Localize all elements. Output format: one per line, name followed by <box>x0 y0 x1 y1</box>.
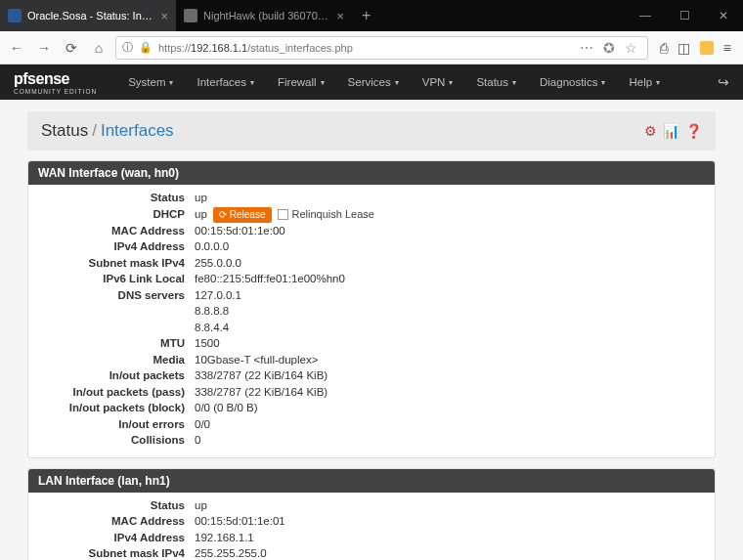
breadcrumb-sep: / <box>92 121 97 141</box>
relinquish-checkbox[interactable]: Relinquish Lease <box>278 207 374 222</box>
wan-iopkts: 338/2787 (22 KiB/164 KiB) <box>195 368 705 384</box>
wan-ipv4: 0.0.0.0 <box>195 239 705 255</box>
lan-subnet4: 255.255.255.0 <box>195 546 705 560</box>
new-tab-button[interactable]: + <box>352 0 380 31</box>
label-iopkts: In/out packets <box>38 368 195 384</box>
maximize-button[interactable]: ☐ <box>665 0 704 31</box>
tab-label: NightHawk (build 36070M) - S <box>203 10 330 22</box>
label-ipv4: IPv4 Address <box>38 239 195 255</box>
menu-vpn[interactable]: VPN▾ <box>411 76 465 88</box>
browser-tab-inactive[interactable]: NightHawk (build 36070M) - S × <box>176 0 352 31</box>
settings-icon[interactable]: ⚙ <box>644 123 657 139</box>
breadcrumb-current[interactable]: Interfaces <box>101 121 174 141</box>
menu-firewall[interactable]: Firewall▾ <box>266 76 336 88</box>
browser-tab-active[interactable]: Oracle.Sosa - Status: Interfaces × <box>0 0 176 31</box>
app-navbar: pfsenseCOMMUNITY EDITION System▾ Interfa… <box>0 65 743 100</box>
lan-panel: LAN Interface (lan, hn1) Statusup MAC Ad… <box>27 468 716 560</box>
logout-button[interactable]: ↪ <box>718 74 729 90</box>
url-text: https://192.168.1.1/status_interfaces.ph… <box>158 42 574 54</box>
menu-system[interactable]: System▾ <box>116 76 185 88</box>
label-iopass: In/out packets (pass) <box>38 385 195 401</box>
label-mtu: MTU <box>38 336 195 352</box>
wan-mac: 00:15:5d:01:1e:00 <box>195 224 705 239</box>
label-ipv6ll: IPv6 Link Local <box>38 272 195 287</box>
browser-titlebar: Oracle.Sosa - Status: Interfaces × Night… <box>0 0 743 31</box>
browser-navbar: ← → ⟳ ⌂ ⓘ 🔒 https://192.168.1.1/status_i… <box>0 31 743 65</box>
wan-status: up <box>195 191 705 206</box>
sidebar-icon[interactable]: ◫ <box>677 40 690 56</box>
menu-diagnostics[interactable]: Diagnostics▾ <box>528 76 617 88</box>
wan-dns2: 8.8.8.8 <box>195 304 705 320</box>
menu-interfaces[interactable]: Interfaces▾ <box>185 76 266 88</box>
library-icon[interactable]: ⎙ <box>660 40 668 56</box>
star-icon[interactable]: ☆ <box>625 40 637 56</box>
url-bar[interactable]: ⓘ 🔒 https://192.168.1.1/status_interface… <box>115 36 648 60</box>
page-content: Status / Interfaces ⚙ 📊 ❓ WAN Interface … <box>0 100 743 560</box>
lan-ipv4: 192.168.1.1 <box>195 531 705 546</box>
label-coll: Collisions <box>38 433 195 449</box>
menu-icon[interactable]: ≡ <box>723 40 731 56</box>
wan-dhcp: up <box>195 207 207 223</box>
menu-services[interactable]: Services▾ <box>336 76 411 88</box>
main-menu: System▾ Interfaces▾ Firewall▾ Services▾ … <box>116 76 672 88</box>
forward-button[interactable]: → <box>33 37 55 59</box>
wan-iopass: 338/2787 (22 KiB/164 KiB) <box>195 385 705 401</box>
more-icon[interactable]: ⋯ <box>580 40 593 56</box>
info-icon[interactable]: ⓘ <box>122 40 133 55</box>
wan-ipv6ll: fe80::215:5dff:fe01:1e00%hn0 <box>195 272 705 287</box>
back-button[interactable]: ← <box>6 37 27 59</box>
wan-ioblock: 0/0 (0 B/0 B) <box>195 401 705 416</box>
menu-help[interactable]: Help▾ <box>617 76 672 88</box>
close-icon[interactable]: × <box>160 9 168 23</box>
menu-status[interactable]: Status▾ <box>464 76 528 88</box>
help-icon[interactable]: ❓ <box>685 123 702 139</box>
lock-icon: 🔒 <box>139 41 153 54</box>
label-ioblock: In/out packets (block) <box>38 401 195 416</box>
minimize-button[interactable]: — <box>626 0 665 31</box>
label-dhcp: DHCP <box>38 207 195 223</box>
wan-coll: 0 <box>195 433 705 449</box>
wan-panel: WAN Interface (wan, hn0) Statusup DHCP u… <box>27 160 716 458</box>
favicon-icon <box>184 9 197 22</box>
wan-dns3: 8.8.4.4 <box>195 321 705 336</box>
close-icon[interactable]: × <box>336 9 344 23</box>
graph-icon[interactable]: 📊 <box>663 123 679 139</box>
reload-button[interactable]: ⟳ <box>61 37 82 59</box>
label-media: Media <box>38 353 195 368</box>
label-subnet4: Subnet mask IPv4 <box>38 256 195 272</box>
extension-icon[interactable] <box>700 41 714 55</box>
logo[interactable]: pfsenseCOMMUNITY EDITION <box>14 70 97 95</box>
wan-subnet4: 255.0.0.0 <box>195 256 705 272</box>
reader-icon[interactable]: ✪ <box>603 40 615 56</box>
lan-panel-header: LAN Interface (lan, hn1) <box>28 469 715 493</box>
wan-mtu: 1500 <box>195 336 705 352</box>
wan-panel-header: WAN Interface (wan, hn0) <box>28 161 715 185</box>
favicon-icon <box>8 9 22 22</box>
home-button[interactable]: ⌂ <box>88 37 109 59</box>
label-status: Status <box>38 191 195 206</box>
release-button[interactable]: Release <box>213 207 272 223</box>
tab-label: Oracle.Sosa - Status: Interfaces <box>27 10 154 22</box>
label-dns: DNS servers <box>38 288 195 304</box>
close-window-button[interactable]: ✕ <box>704 0 743 31</box>
breadcrumb-root[interactable]: Status <box>41 121 88 141</box>
label-mac: MAC Address <box>38 224 195 239</box>
label-ioerr: In/out errors <box>38 417 195 433</box>
lan-status: up <box>195 498 705 514</box>
wan-media: 10Gbase-T <full-duplex> <box>195 353 705 368</box>
wan-dns1: 127.0.0.1 <box>195 288 705 304</box>
wan-ioerr: 0/0 <box>195 417 705 433</box>
page-header: Status / Interfaces ⚙ 📊 ❓ <box>27 111 716 151</box>
lan-mac: 00:15:5d:01:1e:01 <box>195 514 705 530</box>
